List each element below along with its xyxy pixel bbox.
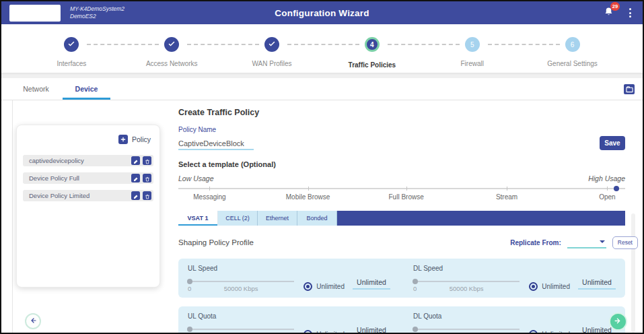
dl-quota-field: DL Quota 0 5000 MB Unl	[413, 312, 616, 333]
dl-speed-label: DL Speed	[413, 265, 616, 272]
edit-policy-button[interactable]	[131, 191, 140, 200]
slider-min: 0	[413, 285, 417, 292]
edit-policy-button[interactable]	[131, 174, 140, 182]
replicate-from-label: Replicate From:	[510, 239, 561, 246]
tab-device[interactable]: Device	[61, 78, 112, 100]
delete-policy-button[interactable]	[143, 174, 151, 182]
policy-name-label: Policy Name	[178, 126, 254, 133]
slider-tick	[507, 187, 507, 191]
unlimited-label: Unlimited	[316, 283, 345, 290]
high-usage-label: High Usage	[588, 174, 625, 182]
step-general-settings[interactable]: 6 General Settings	[522, 34, 622, 73]
ul-speed-unlimited-radio[interactable]: Unlimited	[303, 282, 345, 291]
ul-quota-label: UL Quota	[188, 312, 390, 320]
unlimited-label: Unlimited	[542, 283, 570, 290]
pencil-icon	[133, 155, 139, 167]
unlimited-label: Unlimited	[316, 331, 345, 333]
pencil-icon	[133, 172, 139, 185]
arrow-left-icon	[29, 315, 37, 327]
replicate-from-dropdown[interactable]	[567, 237, 606, 248]
wizard-stepper: Interfaces Access Networks WAN Profiles …	[1, 24, 643, 73]
tab-network[interactable]: Network	[11, 78, 61, 100]
stop-stream[interactable]: Stream	[496, 193, 517, 201]
ul-speed-slider[interactable]: 0 50000 Kbps	[188, 281, 294, 292]
tab-cell[interactable]: CELL (2)	[218, 211, 258, 226]
trash-icon	[145, 190, 150, 202]
check-icon	[268, 38, 276, 51]
configuration-wizard-window: MY-K4DemoSystem2 DemoES2 Configuration W…	[0, 0, 644, 334]
reset-button[interactable]: Reset	[612, 236, 638, 249]
step-wan-profiles[interactable]: WAN Profiles	[222, 34, 322, 73]
slider-thumb[interactable]	[614, 186, 619, 191]
speed-card: UL Speed 0 50000 Kbps	[178, 259, 625, 298]
notification-badge: 29	[610, 2, 620, 11]
dl-quota-value-input[interactable]	[578, 326, 616, 333]
chevron-down-icon	[600, 240, 605, 246]
tab-ethernet[interactable]: Ethernet	[258, 211, 297, 226]
vertical-scrollbar[interactable]	[631, 213, 635, 333]
radio-selected-icon	[529, 330, 538, 333]
delete-policy-button[interactable]	[143, 156, 151, 165]
save-button[interactable]: Save	[600, 136, 625, 150]
step-upcoming-circle: 6	[565, 37, 580, 52]
dl-speed-unlimited-radio[interactable]: Unlimited	[529, 282, 570, 291]
step-access-networks[interactable]: Access Networks	[122, 34, 222, 73]
step-interfaces[interactable]: Interfaces	[22, 34, 122, 73]
content-area: Policy captivedevicepolicy Device Policy…	[1, 100, 643, 333]
template-stops: Messaging Mobile Browse Full Browse Stre…	[178, 193, 625, 203]
tab-bonded[interactable]: Bonded	[297, 211, 337, 226]
stop-mobile-browse[interactable]: Mobile Browse	[286, 193, 330, 201]
slider-thumb[interactable]	[187, 327, 192, 332]
template-slider[interactable]	[178, 185, 625, 192]
template-section-label: Select a template (Optional)	[178, 160, 625, 168]
ul-quota-slider[interactable]: 0 2000 MB	[188, 329, 294, 333]
step-active-circle: 4	[365, 37, 380, 52]
stop-open[interactable]: Open	[599, 193, 615, 201]
step-done-circle	[164, 37, 179, 52]
system-info: MY-K4DemoSystem2 DemoES2	[70, 5, 124, 20]
stop-full-browse[interactable]: Full Browse	[389, 193, 424, 201]
next-button[interactable]	[609, 312, 627, 331]
trash-icon	[145, 155, 150, 167]
ul-quota-unlimited-radio[interactable]: Unlimited	[303, 330, 345, 333]
edit-policy-button[interactable]	[131, 156, 140, 165]
policy-list-item[interactable]: Device Policy Limited	[23, 190, 153, 201]
folder-icon	[626, 84, 633, 96]
tab-vsat-1[interactable]: VSAT 1	[178, 211, 218, 226]
ul-speed-field: UL Speed 0 50000 Kbps	[188, 265, 390, 292]
ul-quota-value-input[interactable]	[353, 326, 390, 333]
notifications-button[interactable]: 29	[604, 7, 614, 20]
ul-speed-label: UL Speed	[188, 265, 390, 272]
ul-speed-value-input[interactable]	[353, 278, 390, 290]
step-label: WAN Profiles	[252, 60, 292, 67]
shaping-profile-title: Shaping Policy Profile	[178, 238, 254, 246]
add-policy-button[interactable]: Policy	[23, 135, 151, 144]
dl-quota-unlimited-radio[interactable]: Unlimited	[529, 330, 570, 333]
dl-speed-value-input[interactable]	[578, 278, 616, 290]
slider-thumb[interactable]	[413, 327, 418, 332]
form-title: Create Traffic Policy	[178, 108, 625, 117]
policy-list-item[interactable]: Device Policy Full	[23, 172, 153, 184]
expand-panel-button[interactable]	[624, 84, 635, 94]
delete-policy-button[interactable]	[143, 191, 151, 200]
slider-thumb[interactable]	[413, 279, 418, 284]
section-divider	[1, 73, 643, 78]
step-firewall[interactable]: 5 Firewall	[422, 34, 522, 73]
policy-list-item[interactable]: captivedevicepolicy	[23, 155, 153, 166]
stop-messaging[interactable]: Messaging	[193, 193, 225, 201]
radio-selected-icon	[303, 282, 312, 291]
wan-tab-bar: VSAT 1 CELL (2) Ethernet Bonded	[178, 211, 625, 226]
slider-thumb[interactable]	[187, 279, 192, 284]
trash-icon	[145, 172, 150, 185]
header-actions: 29	[604, 6, 635, 20]
slider-track[interactable]	[178, 188, 625, 189]
dl-quota-slider[interactable]: 0 5000 MB	[413, 329, 520, 333]
system-name: MY-K4DemoSystem2	[70, 5, 124, 13]
step-traffic-policies[interactable]: 4 Traffic Policies	[322, 34, 422, 73]
back-button[interactable]	[25, 313, 41, 329]
policy-name-input[interactable]	[178, 138, 254, 150]
dl-speed-slider[interactable]: 0 50000 Kbps	[413, 281, 520, 292]
step-done-circle	[264, 37, 279, 52]
policy-name: Device Policy Full	[29, 174, 129, 182]
kebab-menu-icon[interactable]	[626, 6, 635, 20]
